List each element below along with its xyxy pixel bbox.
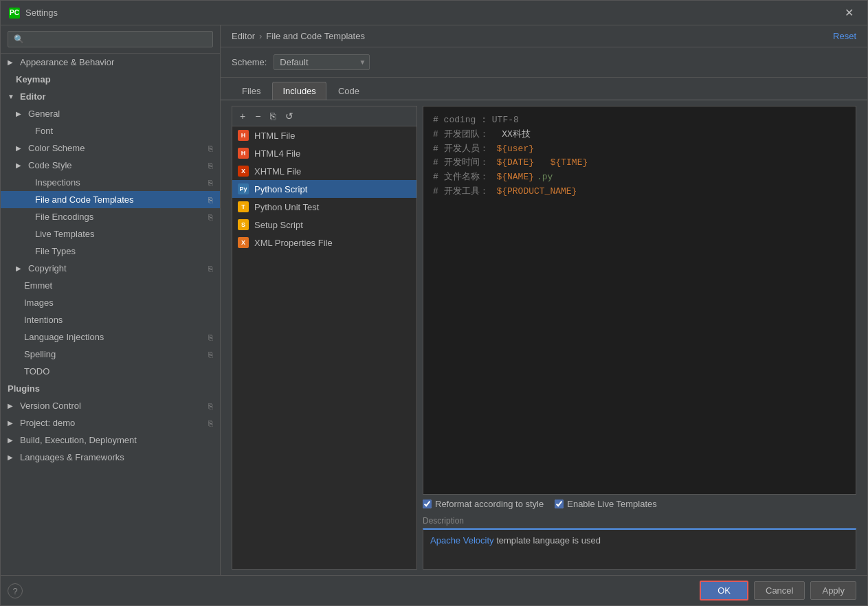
template-item-html4[interactable]: H HTML4 File bbox=[232, 144, 416, 162]
template-item-html[interactable]: H HTML File bbox=[232, 126, 416, 144]
copy-icon: ⎘ bbox=[208, 333, 213, 341]
template-item-xhtml[interactable]: X XHTML File bbox=[232, 162, 416, 180]
nav-label: Intentions bbox=[24, 315, 63, 325]
nav-item-plugins[interactable]: Plugins bbox=[1, 380, 220, 397]
template-label: HTML4 File bbox=[254, 148, 300, 159]
template-label: Setup Script bbox=[254, 220, 303, 230]
bottom-bar: ? OK Cancel Apply bbox=[1, 575, 867, 605]
code-line-4: # 开发时间： ${DATE} ${TIME} bbox=[433, 156, 846, 170]
tab-includes[interactable]: Includes bbox=[272, 82, 326, 100]
nav-item-images[interactable]: Images bbox=[1, 294, 220, 311]
apache-velocity-link[interactable]: Apache Velocity bbox=[430, 535, 494, 546]
description-box: Apache Velocity template language is use… bbox=[423, 528, 856, 570]
expand-arrow: ▶ bbox=[16, 265, 24, 272]
copy-icon: ⎘ bbox=[208, 402, 213, 410]
template-label: Python Unit Test bbox=[254, 202, 319, 212]
nav-item-appearance[interactable]: ▶ Appearance & Behavior bbox=[1, 54, 220, 71]
scheme-select-wrapper: Default Project ▼ bbox=[274, 54, 370, 70]
live-templates-label: Enable Live Templates bbox=[567, 499, 657, 509]
nav-item-file-code-templates[interactable]: File and Code Templates ⎘ bbox=[1, 191, 220, 208]
nav-item-inspections[interactable]: Inspections ⎘ bbox=[1, 174, 220, 191]
tab-code[interactable]: Code bbox=[328, 82, 370, 100]
template-item-xml[interactable]: X XML Properties File bbox=[232, 234, 416, 251]
main-content: ▶ Appearance & Behavior Keymap ▼ Editor … bbox=[1, 25, 867, 575]
nav-item-project-demo[interactable]: ▶ Project: demo ⎘ bbox=[1, 414, 220, 431]
reformat-checkbox-label[interactable]: Reformat according to style bbox=[423, 499, 544, 509]
help-button[interactable]: ? bbox=[8, 583, 23, 598]
template-item-setup[interactable]: S Setup Script bbox=[232, 216, 416, 234]
copy-template-button[interactable]: ⎘ bbox=[267, 109, 279, 123]
reformat-label: Reformat according to style bbox=[435, 499, 544, 509]
code-line-1: # coding : UTF-8 bbox=[433, 113, 846, 128]
tab-bar: Files Includes Code bbox=[221, 78, 867, 100]
search-box bbox=[1, 25, 220, 54]
nav-item-file-encodings[interactable]: File Encodings ⎘ bbox=[1, 208, 220, 225]
expand-arrow: ▼ bbox=[8, 93, 16, 100]
nav-label: Languages & Frameworks bbox=[20, 452, 124, 462]
nav-label: Images bbox=[24, 298, 54, 308]
nav-item-keymap[interactable]: Keymap bbox=[1, 71, 220, 88]
nav-item-version-control[interactable]: ▶ Version Control ⎘ bbox=[1, 397, 220, 414]
nav-item-code-style[interactable]: ▶ Code Style ⎘ bbox=[1, 157, 220, 174]
nav-label: Inspections bbox=[35, 177, 80, 188]
reformat-checkbox[interactable] bbox=[423, 500, 432, 508]
sidebar: ▶ Appearance & Behavior Keymap ▼ Editor … bbox=[1, 25, 221, 575]
nav-item-emmet[interactable]: Emmet bbox=[1, 277, 220, 294]
nav-item-todo[interactable]: TODO bbox=[1, 363, 220, 380]
expand-arrow: ▶ bbox=[8, 453, 16, 461]
scheme-select[interactable]: Default Project bbox=[274, 54, 370, 70]
reset-button[interactable]: Reset bbox=[833, 31, 856, 41]
settings-window: PC Settings ✕ ▶ Appearance & Behavior Ke… bbox=[0, 0, 868, 606]
scheme-label: Scheme: bbox=[232, 57, 267, 67]
nav-item-file-types[interactable]: File Types bbox=[1, 243, 220, 260]
template-item-pytest[interactable]: T Python Unit Test bbox=[232, 198, 416, 216]
live-templates-checkbox[interactable] bbox=[555, 500, 564, 508]
nav-label: Color Scheme bbox=[28, 143, 85, 153]
remove-template-button[interactable]: − bbox=[252, 109, 264, 123]
apply-button[interactable]: Apply bbox=[810, 581, 856, 600]
nav-item-language-injections[interactable]: Language Injections ⎘ bbox=[1, 328, 220, 346]
copy-icon: ⎘ bbox=[208, 161, 213, 170]
code-line-6: # 开发工具： ${PRODUCT_NAME} bbox=[433, 185, 846, 199]
right-panel: Editor › File and Code Templates Reset S… bbox=[221, 25, 867, 575]
description-rest-text: template language is used bbox=[494, 535, 601, 546]
nav-label: Plugins bbox=[8, 383, 40, 394]
breadcrumb-bar: Editor › File and Code Templates Reset bbox=[221, 25, 867, 47]
code-line-2: # 开发团队： XX科技 bbox=[433, 128, 846, 142]
add-template-button[interactable]: + bbox=[236, 109, 249, 123]
live-templates-checkbox-label[interactable]: Enable Live Templates bbox=[555, 499, 657, 509]
reset-template-button[interactable]: ↺ bbox=[282, 109, 297, 123]
nav-label: Code Style bbox=[28, 160, 72, 170]
description-label: Description bbox=[423, 516, 856, 526]
tab-files[interactable]: Files bbox=[232, 82, 271, 100]
code-panel: # coding : UTF-8 # 开发团队： XX科技 # 开发人员： ${… bbox=[423, 106, 856, 570]
nav-item-general[interactable]: ▶ General bbox=[1, 105, 220, 122]
code-line-5: # 文件名称： ${NAME} .py bbox=[433, 170, 846, 185]
nav-label: Live Templates bbox=[35, 229, 94, 239]
cancel-button[interactable]: Cancel bbox=[754, 581, 805, 600]
template-item-python[interactable]: Py Python Script bbox=[232, 180, 416, 198]
expand-arrow: ▶ bbox=[16, 161, 24, 169]
nav-label: File and Code Templates bbox=[35, 194, 134, 205]
nav-label: Build, Execution, Deployment bbox=[20, 435, 137, 445]
nav-item-languages[interactable]: ▶ Languages & Frameworks bbox=[1, 449, 220, 466]
nav-label: Copyright bbox=[28, 263, 67, 273]
nav-item-intentions[interactable]: Intentions bbox=[1, 311, 220, 328]
code-editor[interactable]: # coding : UTF-8 # 开发团队： XX科技 # 开发人员： ${… bbox=[423, 106, 856, 495]
nav-label: Spelling bbox=[24, 349, 56, 359]
nav-label: File Encodings bbox=[35, 212, 93, 222]
nav-item-spelling[interactable]: Spelling ⎘ bbox=[1, 346, 220, 363]
nav-item-color-scheme[interactable]: ▶ Color Scheme ⎘ bbox=[1, 139, 220, 157]
nav-label: Project: demo bbox=[20, 418, 75, 428]
copy-icon: ⎘ bbox=[208, 213, 213, 221]
ok-button[interactable]: OK bbox=[700, 581, 748, 601]
nav-item-live-templates[interactable]: Live Templates bbox=[1, 225, 220, 243]
nav-item-editor[interactable]: ▼ Editor bbox=[1, 88, 220, 105]
nav-item-build-exec[interactable]: ▶ Build, Execution, Deployment bbox=[1, 431, 220, 449]
breadcrumb: Editor › File and Code Templates bbox=[232, 31, 365, 41]
search-input[interactable] bbox=[8, 31, 213, 47]
nav-item-copyright[interactable]: ▶ Copyright ⎘ bbox=[1, 260, 220, 277]
nav-item-font[interactable]: Font bbox=[1, 122, 220, 139]
close-button[interactable]: ✕ bbox=[839, 3, 859, 22]
template-items: H HTML File H HTML4 File X XHTML File bbox=[232, 126, 416, 569]
